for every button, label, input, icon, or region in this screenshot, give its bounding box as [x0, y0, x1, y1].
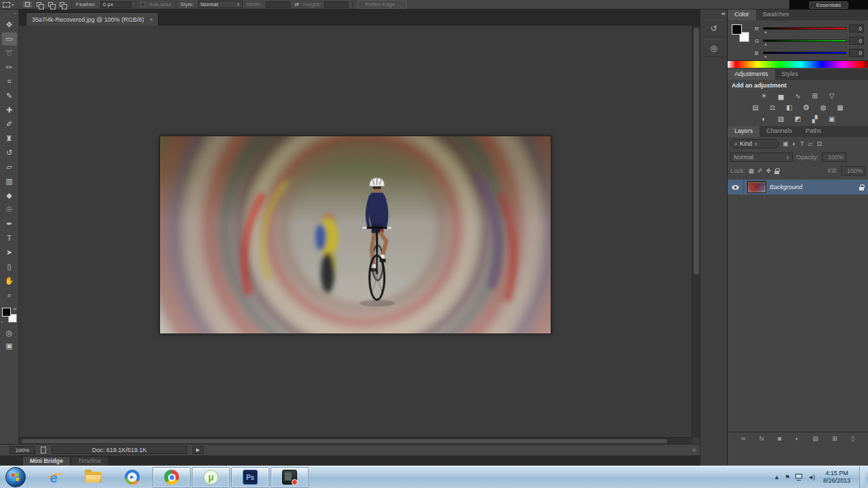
layers[interactable]: Layers	[728, 126, 760, 137]
history-panel-button[interactable]: ↺	[704, 20, 724, 37]
gradient-tool[interactable]: ▥	[1, 174, 18, 188]
taskbar-app-misc[interactable]	[271, 467, 309, 488]
eyedropper-tool[interactable]: ✎	[1, 89, 18, 103]
color-lookup-icon[interactable]: ▦	[835, 103, 845, 112]
rectangle-tool[interactable]: ▯	[1, 260, 18, 274]
path-selection-tool[interactable]: ➤	[1, 245, 18, 260]
layer-thumbnail[interactable]	[747, 181, 766, 193]
taskbar-internet-explorer[interactable]: e	[35, 467, 73, 488]
brush-tool[interactable]: ✐	[1, 117, 18, 131]
foreground-color-swatch[interactable]	[732, 24, 742, 35]
levels-icon[interactable]: ▅	[776, 92, 786, 100]
lock-all-icon[interactable]	[774, 171, 779, 174]
hand-tool[interactable]: ✋	[1, 274, 18, 288]
vibrance-icon[interactable]: ▽	[827, 92, 837, 100]
swap-dimensions-icon[interactable]: ⇄	[294, 1, 299, 7]
new-layer-icon[interactable]: ⊞	[832, 435, 837, 442]
slider-track[interactable]	[763, 27, 846, 30]
action-center-flag-icon[interactable]: ⚑	[785, 474, 790, 481]
filter-pixel-icon[interactable]: ▣	[783, 140, 789, 147]
move-tool[interactable]: ✥	[1, 18, 18, 32]
lock-transparency-icon[interactable]: ▦	[749, 167, 755, 174]
curves-icon[interactable]: ∿	[793, 92, 803, 100]
workspace-switcher-button[interactable]: Essentials	[809, 1, 848, 9]
channel-slider[interactable]: ▲	[763, 52, 846, 54]
crop-tool[interactable]: ⌗	[1, 75, 18, 89]
hue-saturation-icon[interactable]: ▤	[751, 103, 760, 112]
filter-type-icon[interactable]: T	[800, 140, 804, 147]
channel-mixer-icon[interactable]: ◍	[818, 103, 828, 112]
taskbar-chrome[interactable]	[153, 467, 191, 488]
eye-icon[interactable]	[732, 185, 739, 190]
lock-pixels-icon[interactable]: ✐	[757, 167, 763, 174]
slider-marker[interactable]: ▲	[764, 42, 768, 46]
taskbar-photoshop[interactable]: Ps	[231, 467, 269, 488]
swatches[interactable]: Swatches	[756, 9, 796, 20]
horizontal-scrollbar-thumb[interactable]	[22, 439, 667, 443]
new-group-icon[interactable]: ▤	[812, 435, 818, 442]
filter-smart-object-icon[interactable]: ⊡	[816, 140, 822, 147]
styles[interactable]: Styles	[775, 69, 806, 80]
adjustments[interactable]: Adjustments	[728, 69, 775, 80]
antialias-checkbox[interactable]	[140, 2, 145, 7]
expand-panels-icon[interactable]: ◂◂	[701, 9, 727, 18]
default-colors-icon[interactable]: ▪	[1, 320, 3, 324]
clone-stamp-tool[interactable]: ♜	[1, 131, 18, 146]
new-adjustment-layer-icon[interactable]: ◐	[795, 435, 799, 442]
brightness-contrast-icon[interactable]: ☀	[760, 92, 769, 100]
pen-tool[interactable]: ✒	[1, 217, 18, 231]
lasso-tool[interactable]: ➰	[1, 46, 18, 60]
network-icon[interactable]	[795, 474, 803, 481]
vertical-scrollbar-thumb[interactable]	[694, 28, 699, 274]
speaker-icon[interactable]: ◄)	[808, 474, 814, 481]
posterize-icon[interactable]: ▨	[776, 115, 786, 123]
document-tab[interactable]: 35a7i4k-Recovered.jpg @ 100% (RGB/8) ×	[26, 12, 159, 26]
color-spectrum-ramp[interactable]	[728, 60, 868, 68]
resize-handle-icon[interactable]: ≡	[692, 447, 696, 453]
slider-track[interactable]	[763, 52, 846, 54]
paths[interactable]: Paths	[799, 126, 828, 137]
canvas-image[interactable]	[159, 136, 551, 334]
screen-mode-button[interactable]: ▣	[5, 342, 12, 350]
taskbar-windows-explorer[interactable]	[74, 467, 112, 488]
taskbar-clock[interactable]: 4:15 PM 8/26/2013	[819, 470, 854, 485]
slider-marker[interactable]: ▲	[764, 54, 768, 58]
timeline[interactable]: Timeline	[71, 457, 108, 466]
channels[interactable]: Channels	[760, 126, 799, 137]
dodge-tool[interactable]: ☉	[1, 203, 18, 217]
zoom-tool[interactable]: ⌕	[1, 288, 18, 302]
channel-value-input[interactable]: 0	[849, 37, 864, 45]
threshold-icon[interactable]: ◩	[793, 115, 803, 123]
feather-input[interactable]: 0 px	[100, 1, 132, 8]
style-dropdown[interactable]: Normal ⇕	[198, 1, 243, 8]
color-balance-icon[interactable]: ⚖	[768, 103, 777, 112]
channel-slider[interactable]: ▲	[763, 27, 846, 30]
properties-panel-button[interactable]: ◎	[704, 39, 724, 57]
kind-filter-dropdown[interactable]: ⌕ Kind ⇕	[730, 139, 779, 148]
gradient-map-icon[interactable]: ▞	[810, 115, 820, 123]
layer-style-icon[interactable]: fx	[760, 435, 764, 442]
blend-mode-dropdown[interactable]: Normal ⇕	[730, 152, 793, 162]
layer-row-background[interactable]: Background	[728, 180, 868, 195]
status-menu-arrow[interactable]: ▶	[193, 446, 203, 454]
quick-selection-tool[interactable]: ✏	[1, 60, 18, 75]
fill-input[interactable]: 100%	[841, 166, 865, 176]
exposure-icon[interactable]: ⊞	[810, 92, 820, 100]
tool-preset-picker[interactable]: ▾	[3, 2, 14, 7]
taskbar-utorrent[interactable]: µ	[192, 467, 230, 488]
channel-value-input[interactable]: 0	[849, 24, 864, 33]
slider-track[interactable]	[763, 39, 846, 42]
delete-layer-icon[interactable]: ▯	[851, 435, 854, 442]
new-selection-icon[interactable]	[22, 1, 33, 8]
slider-marker[interactable]: ▲	[764, 30, 768, 34]
zoom-level-input[interactable]: 100%	[9, 446, 35, 454]
channel-value-input[interactable]: 0	[849, 49, 864, 57]
start-button[interactable]	[5, 467, 26, 487]
filter-shape-icon[interactable]: ▱	[808, 140, 812, 147]
refine-edge-button[interactable]: Refine Edge...	[357, 0, 407, 9]
quick-mask-button[interactable]: ◎	[6, 329, 13, 337]
photo-filter-icon[interactable]: ❂	[802, 103, 811, 112]
panel-color-swatches[interactable]	[732, 24, 749, 42]
link-layers-icon[interactable]: ∞	[741, 435, 745, 442]
mini-bridge[interactable]: Mini Bridge	[23, 457, 70, 466]
